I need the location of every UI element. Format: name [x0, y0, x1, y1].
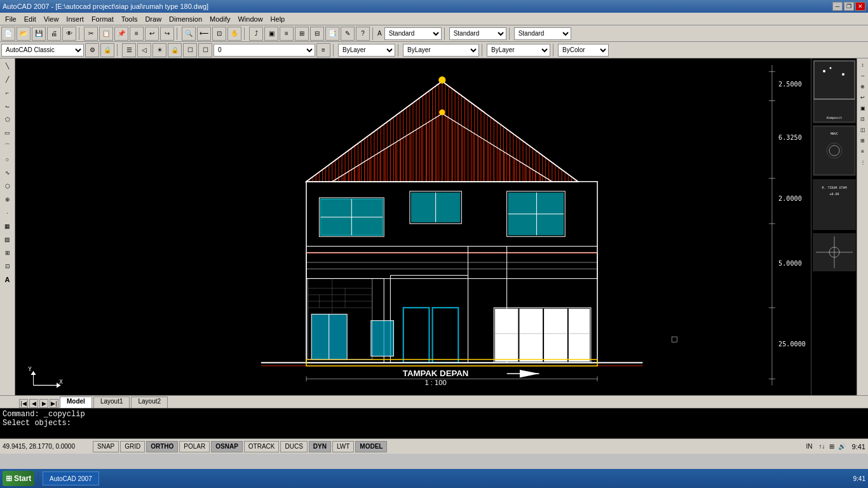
text-style-combo[interactable]: Standard: [384, 27, 442, 40]
tab-nav-next[interactable]: ▶: [39, 399, 48, 408]
model-button[interactable]: MODEL: [355, 441, 387, 452]
layer-manager[interactable]: ≡: [316, 43, 330, 57]
copy-button[interactable]: 📋: [99, 27, 113, 41]
right-tool-2[interactable]: ↔: [858, 71, 868, 81]
workspace-combo[interactable]: AutoCAD Classic: [1, 44, 84, 57]
circle-tool[interactable]: ○: [1, 153, 14, 166]
properties-button[interactable]: ≡: [280, 27, 294, 41]
close-button[interactable]: ✕: [855, 2, 865, 11]
restore-button[interactable]: ❐: [844, 2, 854, 11]
menu-draw[interactable]: Draw: [141, 15, 165, 24]
pan-button[interactable]: ✋: [227, 27, 241, 41]
grid-button[interactable]: GRID: [120, 441, 145, 452]
tab-model[interactable]: Model: [60, 396, 92, 408]
right-tool-3[interactable]: ⊕: [858, 81, 868, 92]
zoom-win[interactable]: ⊡: [212, 27, 226, 41]
menu-tools[interactable]: Tools: [118, 15, 142, 24]
paste-button[interactable]: 📌: [114, 27, 128, 41]
polygon-tool[interactable]: ⬠: [1, 113, 14, 126]
workspace-settings[interactable]: ⚙: [85, 43, 99, 57]
right-tool-6[interactable]: ⊡: [858, 114, 868, 124]
layer-prev[interactable]: ◁: [137, 43, 151, 57]
osnap-button[interactable]: OSNAP: [211, 441, 243, 452]
menu-view[interactable]: View: [40, 15, 63, 24]
tab-nav-first[interactable]: |◀: [19, 399, 28, 408]
arc-tool[interactable]: ⌒: [1, 140, 14, 152]
right-tool-4[interactable]: ↩: [858, 92, 868, 102]
plot-style-combo[interactable]: Standard: [514, 27, 571, 40]
tab-layout1[interactable]: Layout1: [93, 396, 130, 408]
command-input[interactable]: [3, 428, 865, 437]
right-tool-8[interactable]: ⊞: [858, 135, 868, 146]
region-tool[interactable]: ⊞: [1, 247, 14, 259]
menu-insert[interactable]: Insert: [62, 15, 88, 24]
layer-states[interactable]: ☰: [122, 43, 136, 57]
tab-layout2[interactable]: Layout2: [131, 396, 168, 408]
minimize-button[interactable]: ─: [832, 2, 843, 11]
undo-button[interactable]: ↩: [145, 27, 159, 41]
table-tool[interactable]: ⊡: [1, 260, 14, 273]
layer-toggle3[interactable]: ☐: [183, 43, 197, 57]
cut-button[interactable]: ✂: [84, 27, 98, 41]
3dpolyline-tool[interactable]: ⌙: [1, 100, 14, 112]
start-button[interactable]: ⊞ Start: [3, 471, 34, 486]
redo-button[interactable]: ↪: [160, 27, 174, 41]
save-button[interactable]: 💾: [32, 27, 46, 41]
help-button[interactable]: ?: [356, 27, 370, 41]
canvas-area[interactable]: 2.5000 6.3250 2.0000 5.0000 25.0000: [15, 58, 811, 395]
tab-nav-prev[interactable]: ◀: [29, 399, 38, 408]
snap-button[interactable]: SNAP: [93, 441, 119, 452]
menu-help[interactable]: Help: [267, 15, 289, 24]
preview-button[interactable]: 👁: [62, 27, 76, 41]
lock-toolbar[interactable]: 🔒: [100, 43, 114, 57]
zoom-prev[interactable]: ⟵: [197, 27, 211, 41]
layer-toggle2[interactable]: 🔒: [168, 43, 182, 57]
right-tool-9[interactable]: ≡: [858, 146, 868, 156]
plot-button[interactable]: 🖨: [47, 27, 61, 41]
lineweight-combo[interactable]: ByLayer: [487, 44, 550, 57]
rect-tool[interactable]: ▭: [1, 126, 14, 139]
right-tool-10[interactable]: ⋮: [858, 157, 868, 167]
line-tool[interactable]: ╱: [1, 73, 14, 86]
new-button[interactable]: 📄: [1, 27, 15, 41]
right-tool-5[interactable]: ▣: [858, 103, 868, 113]
layer-combo[interactable]: 0: [214, 44, 315, 57]
mtext-tool[interactable]: A: [1, 273, 14, 286]
layer-toggle1[interactable]: ☀: [153, 43, 166, 57]
menu-window[interactable]: Window: [234, 15, 266, 24]
right-tool-7[interactable]: ◫: [858, 125, 868, 135]
right-tool-1[interactable]: ↕: [858, 60, 868, 70]
point-tool[interactable]: ·: [1, 207, 14, 219]
gradient-tool[interactable]: ▨: [1, 233, 14, 246]
matchprop-button[interactable]: ≡: [130, 27, 144, 41]
dim-style-combo[interactable]: Standard: [449, 27, 506, 40]
open-button[interactable]: 📂: [17, 27, 31, 41]
taskbar-autocad[interactable]: AutoCAD 2007: [43, 471, 99, 485]
publish-button[interactable]: ⤴: [249, 27, 263, 41]
menu-file[interactable]: File: [1, 15, 20, 24]
menu-edit[interactable]: Edit: [20, 15, 40, 24]
select-tool[interactable]: ╲: [1, 60, 14, 72]
spline-tool[interactable]: ∿: [1, 166, 14, 179]
toolpalettes[interactable]: ⊟: [310, 27, 324, 41]
plotstyle-combo[interactable]: ByColor: [558, 44, 609, 57]
menu-dimension[interactable]: Dimension: [165, 15, 206, 24]
ortho-button[interactable]: ORTHO: [146, 441, 178, 452]
otrack-button[interactable]: OTRACK: [244, 441, 280, 452]
dyn-button[interactable]: DYN: [309, 441, 331, 452]
tab-nav-last[interactable]: ▶|: [50, 399, 58, 408]
menu-modify[interactable]: Modify: [206, 15, 234, 24]
ducs-button[interactable]: DUCS: [280, 441, 307, 452]
zoom-realtime[interactable]: 🔍: [182, 27, 196, 41]
linetype-combo[interactable]: ByLayer: [403, 44, 479, 57]
color-combo[interactable]: ByLayer: [338, 44, 395, 57]
polar-button[interactable]: POLAR: [179, 441, 210, 452]
3d-button[interactable]: ▣: [264, 27, 278, 41]
insert-block[interactable]: ⊕: [1, 193, 14, 206]
markup[interactable]: ✎: [341, 27, 355, 41]
sheetset[interactable]: 📑: [325, 27, 339, 41]
design-center[interactable]: ⊞: [295, 27, 309, 41]
lwt-button[interactable]: LWT: [332, 441, 354, 452]
hatch-tool[interactable]: ▦: [1, 220, 14, 233]
ellipse-tool[interactable]: ⬡: [1, 180, 14, 193]
